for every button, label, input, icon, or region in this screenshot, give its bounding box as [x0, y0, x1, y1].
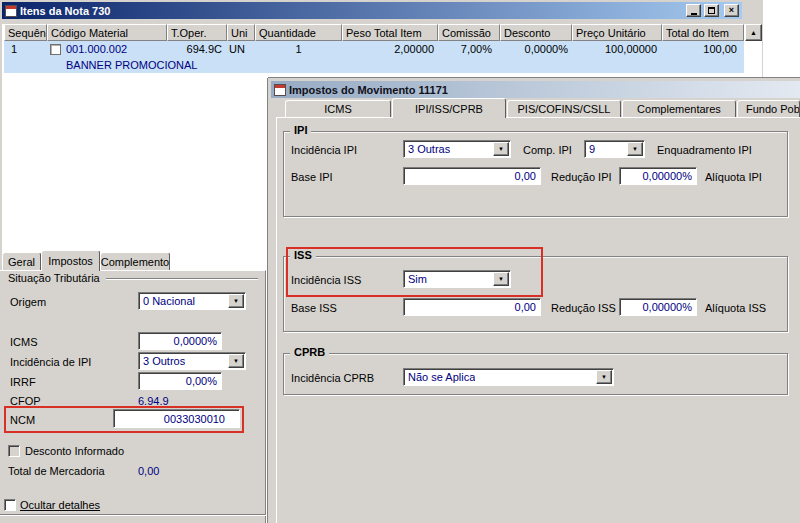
column-header-desconto[interactable]: Desconto — [500, 24, 572, 41]
impostos-window-icon — [274, 84, 286, 96]
tab-pis-cofins-csll[interactable]: PIS/COFINS/CSLL — [507, 100, 621, 117]
itens-window-title: Itens da Nota 730 — [20, 5, 110, 17]
impostos-window-titlebar[interactable]: Impostos do Movimento 11171 — [271, 81, 800, 98]
cell-preco: 100,00000 — [572, 41, 662, 57]
column-header-peso-total[interactable]: Peso Total Item — [342, 24, 438, 41]
incidencia-ipi-label: Incidência de IPI — [10, 356, 91, 369]
scrollbar-up-button[interactable]: ▲ — [745, 24, 762, 41]
ipi-group-title: IPI — [290, 124, 311, 137]
tab-complementares[interactable]: Complementares — [622, 100, 736, 117]
column-header-comissao[interactable]: Comissão — [438, 24, 500, 41]
minimize-button[interactable] — [686, 4, 701, 17]
cell-codigo: 001.000.002 — [47, 41, 167, 57]
row-description: BANNER PROMOCIONAL — [66, 57, 197, 73]
itens-window-titlebar[interactable]: Itens da Nota 730 × — [2, 2, 742, 19]
incidencia-ipi-select[interactable]: 3 Outros ▼ — [138, 352, 246, 370]
incidencia-ipi-label: Incidência IPI — [291, 144, 357, 157]
origem-label: Origem — [10, 296, 46, 309]
cell-toper: 694.9C — [167, 41, 227, 57]
screen: Itens da Nota 730 × Sequência Código Mat… — [0, 0, 800, 523]
cfop-value: 6.94.9 — [138, 395, 169, 408]
incidencia-cprb-select[interactable]: Não se Aplica ▼ — [403, 368, 614, 386]
scroll-up-icon: ▲ — [750, 29, 757, 36]
enquadramento-ipi-label: Enquadramento IPI — [657, 144, 752, 157]
desconto-informado-checkbox[interactable] — [8, 445, 20, 457]
ocultar-detalhes-label: Ocultar detalhes — [20, 499, 100, 512]
base-iss-field[interactable]: 0,00 — [403, 298, 541, 316]
minimize-icon — [691, 13, 697, 15]
column-header-toper[interactable]: T.Oper. — [167, 24, 227, 41]
chevron-down-icon: ▼ — [498, 146, 504, 152]
cell-uni: UN — [227, 41, 255, 57]
table-row[interactable]: 1 001.000.002 694.9C UN 1 2,00000 7,00% … — [4, 41, 744, 73]
row-select-checkbox[interactable] — [50, 44, 61, 55]
table-row-line1: 1 001.000.002 694.9C UN 1 2,00000 7,00% … — [4, 41, 744, 57]
reducao-iss-field[interactable]: 0,00000% — [619, 298, 697, 316]
tab-impostos[interactable]: Impostos — [41, 250, 100, 271]
table-header-row: Sequência Código Material T.Oper. Uni Qu… — [4, 24, 744, 41]
origem-select-arrow[interactable]: ▼ — [228, 294, 244, 308]
ncm-field[interactable]: 0033030010 — [113, 409, 240, 428]
tab-fundo-pobreza[interactable]: Fundo Pobr — [737, 100, 800, 117]
aliquota-ipi-label: Alíquota IPI — [705, 171, 762, 184]
impostos-window-title: Impostos do Movimento 11171 — [289, 84, 448, 96]
situacao-group-line — [106, 278, 258, 280]
total-mercadoria-label: Total de Mercadoria — [8, 465, 105, 478]
irrf-field[interactable]: 0,00% — [138, 372, 222, 390]
reducao-ipi-label: Redução IPI — [551, 171, 612, 184]
panel-bottom-divider — [0, 514, 266, 516]
tab-geral[interactable]: Geral — [2, 252, 41, 270]
base-ipi-label: Base IPI — [291, 171, 333, 184]
cell-desconto: 0,0000% — [500, 41, 572, 57]
close-icon: × — [729, 6, 734, 15]
incidencia-ipi-select-arrow[interactable]: ▼ — [493, 142, 509, 156]
ncm-label: NCM — [10, 414, 35, 427]
cell-total: 100,00 — [662, 41, 744, 57]
codigo-material-value: 001.000.002 — [66, 43, 127, 55]
irrf-label: IRRF — [10, 376, 36, 389]
situacao-group-title: Situação Tributária — [8, 272, 100, 285]
cell-peso: 2,00000 — [342, 41, 438, 57]
reducao-ipi-field[interactable]: 0,00000% — [619, 167, 697, 185]
column-header-sequencia[interactable]: Sequência — [4, 24, 47, 41]
cell-quantidade: 1 — [255, 41, 342, 57]
incidencia-iss-select-arrow[interactable]: ▼ — [493, 272, 509, 286]
chevron-down-icon: ▼ — [632, 146, 638, 152]
total-mercadoria-value: 0,00 — [138, 465, 159, 478]
cell-comissao: 7,00% — [438, 41, 500, 57]
itens-window-icon — [5, 5, 17, 17]
icms-label: ICMS — [10, 336, 38, 349]
incidencia-ipi-select-arrow[interactable]: ▼ — [228, 354, 244, 368]
close-button[interactable]: × — [724, 4, 739, 17]
comp-ipi-select[interactable]: 9 ▼ — [584, 140, 645, 158]
column-header-total-item[interactable]: Total do Item — [662, 24, 744, 41]
chevron-down-icon: ▼ — [233, 298, 239, 304]
tab-icms[interactable]: ICMS — [285, 100, 391, 117]
iss-group — [283, 256, 788, 332]
base-iss-label: Base ISS — [291, 302, 337, 315]
incidencia-iss-label: Incidência ISS — [291, 274, 361, 287]
column-header-preco-unitario[interactable]: Preço Unitário — [572, 24, 662, 41]
incidencia-cprb-label: Incidência CPRB — [291, 372, 374, 385]
comp-ipi-select-arrow[interactable]: ▼ — [627, 142, 643, 156]
ocultar-detalhes-checkbox[interactable] — [4, 499, 16, 511]
chevron-down-icon: ▼ — [498, 276, 504, 282]
desconto-informado-label: Desconto Informado — [25, 445, 124, 458]
maximize-button[interactable] — [704, 4, 719, 17]
cell-sequencia: 1 — [4, 41, 47, 57]
tab-ipi-iss-cprb[interactable]: IPI/ISS/CPRB — [392, 98, 506, 118]
aliquota-iss-label: Alíquota ISS — [705, 302, 766, 315]
icms-field[interactable]: 0,0000% — [138, 332, 222, 350]
origem-select[interactable]: 0 Nacional ▼ — [138, 292, 246, 310]
column-header-codigo-material[interactable]: Código Material — [47, 24, 167, 41]
iss-group-title: ISS — [290, 249, 316, 262]
incidencia-ipi-select[interactable]: 3 Outras ▼ — [403, 140, 511, 158]
reducao-iss-label: Redução ISS — [551, 302, 616, 315]
tab-complemento[interactable]: Complemento — [100, 252, 170, 270]
incidencia-cprb-select-arrow[interactable]: ▼ — [596, 370, 612, 384]
cprb-group-title: CPRB — [290, 346, 329, 359]
column-header-uni[interactable]: Uni — [227, 24, 255, 41]
base-ipi-field[interactable]: 0,00 — [403, 167, 541, 185]
column-header-quantidade[interactable]: Quantidade — [255, 24, 342, 41]
incidencia-iss-select[interactable]: Sim ▼ — [403, 270, 511, 288]
